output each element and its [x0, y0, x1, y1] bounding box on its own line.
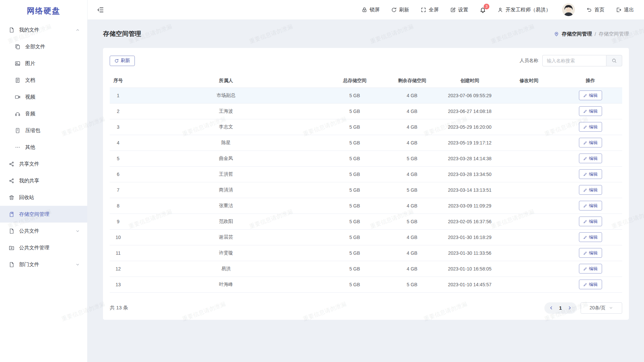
- cell-total-storage: 5 GB: [325, 119, 384, 135]
- table-row[interactable]: 7 商清清 5 GB 5 GB 2023-03-14 13:13:51 编辑: [110, 182, 622, 198]
- sidebar-item-public-files[interactable]: 公共文件: [0, 223, 87, 239]
- app-logo: 网络硬盘: [0, 0, 87, 21]
- search-input[interactable]: [542, 55, 606, 66]
- sidebar-item-label: 视频: [25, 94, 80, 100]
- cell-remaining-storage: 5 GB: [384, 150, 440, 166]
- lock-icon: [362, 7, 367, 13]
- prev-page-button[interactable]: [547, 302, 556, 314]
- sidebar-item-department-files[interactable]: 部门文件: [0, 256, 87, 273]
- edit-button[interactable]: 编辑: [579, 122, 602, 132]
- cell-actions: 编辑: [559, 119, 623, 135]
- card-toolbar: 刷新 人员名称: [110, 55, 622, 66]
- sidebar-item-label: 我的文件: [19, 27, 75, 33]
- sidebar-item-archives[interactable]: 压缩包: [0, 122, 87, 139]
- home-button[interactable]: 首页: [586, 7, 604, 13]
- table-row[interactable]: 6 王洪哲 5 GB 4 GB 2023-03-28 13:34:50 编辑: [110, 166, 622, 182]
- refresh-icon: [391, 7, 397, 13]
- lock-screen-button[interactable]: 锁屏: [362, 7, 380, 13]
- edit-button[interactable]: 编辑: [579, 248, 602, 258]
- pagination-controls: 1 20条/页: [544, 302, 622, 314]
- edit-button[interactable]: 编辑: [579, 264, 602, 274]
- sidebar-collapse-icon[interactable]: [97, 6, 104, 13]
- table-row[interactable]: 2 王海波 5 GB 4 GB 2023-06-27 14:08:18 编辑: [110, 103, 622, 119]
- sidebar-item-all-files[interactable]: 全部文件: [0, 38, 87, 55]
- sidebar-item-label: 其他: [25, 144, 80, 150]
- sidebar-item-others[interactable]: 其他: [0, 139, 87, 156]
- search-button[interactable]: [606, 55, 622, 66]
- cell-total-storage: 5 GB: [325, 277, 384, 292]
- cell-owner: 易洪: [126, 261, 325, 277]
- refresh-icon: [114, 59, 119, 63]
- cell-created-time: 2023-03-28 13:34:50: [440, 166, 499, 182]
- edit-button[interactable]: 编辑: [579, 138, 602, 147]
- sidebar-item-audio[interactable]: 音频: [0, 105, 87, 122]
- cell-owner: 商清清: [126, 182, 325, 198]
- sidebar-item-images[interactable]: 图片: [0, 55, 87, 72]
- notifications-button[interactable]: 3: [480, 7, 486, 13]
- logout-button[interactable]: 退出: [616, 7, 634, 13]
- cell-index: 5: [110, 150, 126, 166]
- edit-button[interactable]: 编辑: [579, 154, 602, 163]
- edit-button[interactable]: 编辑: [579, 106, 602, 116]
- sidebar-item-my-shares[interactable]: 我的共享: [0, 172, 87, 189]
- next-page-button[interactable]: [565, 302, 574, 314]
- cell-total-storage: 5 GB: [325, 135, 384, 150]
- sidebar-item-label: 文档: [25, 77, 80, 83]
- cell-remaining-storage: 5 GB: [384, 214, 440, 229]
- refresh-page-button[interactable]: 刷新: [391, 7, 409, 13]
- table-row[interactable]: 13 叶海峰 5 GB 5 GB 2023-01-10 14:45:57 编辑: [110, 277, 622, 292]
- page-size-select[interactable]: 20条/页: [581, 302, 622, 314]
- edit-button[interactable]: 编辑: [579, 185, 602, 195]
- cell-total-storage: 5 GB: [325, 229, 384, 245]
- cell-index: 3: [110, 119, 126, 135]
- edit-button-label: 编辑: [589, 187, 598, 193]
- table-row[interactable]: 11 许雯璇 5 GB 4 GB 2023-01-30 11:33:56 编辑: [110, 245, 622, 261]
- table-refresh-button[interactable]: 刷新: [110, 56, 135, 66]
- cell-index: 12: [110, 261, 126, 277]
- cell-actions: 编辑: [559, 214, 623, 229]
- fullscreen-button[interactable]: 全屏: [421, 7, 439, 13]
- table-row[interactable]: 4 陈星 5 GB 4 GB 2023-05-19 19:17:12 编辑: [110, 135, 622, 150]
- table-row[interactable]: 8 张重洁 5 GB 4 GB 2023-03-09 11:09:29 编辑: [110, 198, 622, 214]
- chevron-right-icon: [568, 306, 572, 310]
- user-role[interactable]: 开发工程师（易洪）: [497, 7, 551, 13]
- file-icon: [9, 27, 14, 33]
- total-count: 共 13 条: [110, 305, 128, 311]
- edit-button[interactable]: 编辑: [579, 169, 602, 179]
- cell-index: 11: [110, 245, 126, 261]
- undo-arrow-icon: [586, 7, 592, 13]
- edit-button[interactable]: 编辑: [579, 280, 602, 289]
- col-owner: 所属人: [126, 74, 325, 87]
- table-row[interactable]: 5 曲金凤 5 GB 5 GB 2023-03-28 14:14:38 编辑: [110, 150, 622, 166]
- sidebar-item-recycle-bin[interactable]: 回收站: [0, 189, 87, 206]
- cell-created-time: 2023-01-30 16:18:29: [440, 229, 499, 245]
- edit-button[interactable]: 编辑: [579, 217, 602, 226]
- edit-button[interactable]: 编辑: [579, 201, 602, 210]
- cell-modified-time: [499, 182, 558, 198]
- sidebar-item-storage-management[interactable]: 存储空间管理: [0, 206, 87, 223]
- edit-button[interactable]: 编辑: [579, 90, 602, 100]
- page-number[interactable]: 1: [559, 305, 562, 311]
- breadcrumb-root[interactable]: 存储空间管理: [562, 31, 592, 37]
- avatar[interactable]: [562, 3, 575, 16]
- pencil-icon: [583, 125, 587, 129]
- sidebar-item-documents[interactable]: 文档: [0, 72, 87, 88]
- table-row[interactable]: 9 范政阳 5 GB 5 GB 2023-02-05 16:37:56 编辑: [110, 214, 622, 229]
- cell-remaining-storage: 5 GB: [384, 182, 440, 198]
- table-row[interactable]: 12 易洪 5 GB 4 GB 2023-01-10 16:58:05 编辑: [110, 261, 622, 277]
- table-row[interactable]: 1 市场副总 5 GB 4 GB 2023-07-06 09:55:29 编辑: [110, 87, 622, 103]
- edit-button[interactable]: 编辑: [579, 232, 602, 242]
- image-icon: [15, 61, 20, 66]
- fullscreen-label: 全屏: [429, 7, 439, 13]
- sidebar-item-public-files-management[interactable]: 公共文件管理: [0, 239, 87, 256]
- breadcrumb-separator: /: [595, 31, 596, 37]
- settings-button[interactable]: 设置: [450, 7, 468, 13]
- sidebar-item-videos[interactable]: 视频: [0, 88, 87, 105]
- sidebar-item-shared-files[interactable]: 共享文件: [0, 156, 87, 172]
- chevron-down-icon: [609, 306, 613, 310]
- pager: 1: [544, 302, 577, 314]
- document-icon: [15, 77, 20, 83]
- sidebar-item-my-files[interactable]: 我的文件: [0, 21, 87, 38]
- table-row[interactable]: 3 李志文 5 GB 4 GB 2023-05-29 16:20:00 编辑: [110, 119, 622, 135]
- table-row[interactable]: 10 谢晨芸 5 GB 4 GB 2023-01-30 16:18:29 编辑: [110, 229, 622, 245]
